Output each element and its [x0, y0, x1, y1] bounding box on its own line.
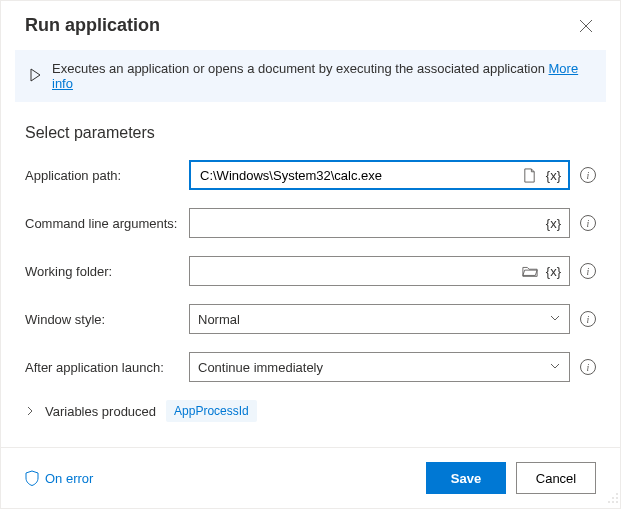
insert-variable-button[interactable]: {x}	[544, 168, 563, 183]
footer-actions: Save Cancel	[426, 462, 596, 494]
folder-icon	[522, 264, 538, 278]
variables-produced-toggle[interactable]: Variables produced AppProcessId	[25, 400, 596, 422]
input-wrap-command-line-arguments: {x}	[189, 208, 570, 238]
shield-icon	[25, 470, 39, 486]
svg-point-0	[616, 493, 618, 495]
resize-grip[interactable]	[607, 492, 619, 507]
after-launch-select[interactable]: Continue immediately	[189, 352, 570, 382]
on-error-label: On error	[45, 471, 93, 486]
info-button-after-launch[interactable]: i	[580, 359, 596, 375]
input-wrap-working-folder: {x}	[189, 256, 570, 286]
svg-point-5	[608, 501, 610, 503]
section-title: Select parameters	[25, 124, 596, 142]
info-banner-message: Executes an application or opens a docum…	[52, 61, 545, 76]
window-style-value: Normal	[198, 312, 240, 327]
label-working-folder: Working folder:	[25, 264, 179, 279]
info-button-command-line-arguments[interactable]: i	[580, 215, 596, 231]
dialog-footer: On error Save Cancel	[1, 447, 620, 508]
suffix-working-folder: {x}	[518, 259, 567, 283]
dialog-header: Run application	[1, 1, 620, 46]
dialog-body: Select parameters Application path: {x} …	[1, 112, 620, 447]
label-command-line-arguments: Command line arguments:	[25, 216, 179, 231]
insert-variable-button[interactable]: {x}	[544, 264, 563, 279]
row-working-folder: Working folder: {x} i	[25, 256, 596, 286]
run-application-dialog: Run application Executes an application …	[0, 0, 621, 509]
chevron-right-icon	[25, 404, 35, 419]
play-icon	[28, 68, 42, 85]
info-button-application-path[interactable]: i	[580, 167, 596, 183]
row-after-launch: After application launch: Continue immed…	[25, 352, 596, 382]
insert-variable-button[interactable]: {x}	[544, 216, 563, 231]
variable-chip[interactable]: AppProcessId	[166, 400, 257, 422]
select-wrap-window-style: Normal	[189, 304, 570, 334]
application-path-input[interactable]	[198, 161, 518, 189]
working-folder-input[interactable]	[198, 257, 518, 285]
cancel-button[interactable]: Cancel	[516, 462, 596, 494]
label-application-path: Application path:	[25, 168, 179, 183]
browse-folder-button[interactable]	[518, 259, 542, 283]
window-style-select[interactable]: Normal	[189, 304, 570, 334]
on-error-link[interactable]: On error	[25, 470, 93, 486]
svg-point-2	[612, 497, 614, 499]
info-banner-text: Executes an application or opens a docum…	[52, 61, 593, 91]
label-after-launch: After application launch:	[25, 360, 179, 375]
row-window-style: Window style: Normal i	[25, 304, 596, 334]
row-command-line-arguments: Command line arguments: {x} i	[25, 208, 596, 238]
close-icon	[579, 19, 593, 33]
suffix-application-path: {x}	[518, 163, 567, 187]
info-banner: Executes an application or opens a docum…	[15, 50, 606, 102]
select-wrap-after-launch: Continue immediately	[189, 352, 570, 382]
svg-point-4	[612, 501, 614, 503]
chevron-down-icon	[549, 360, 561, 375]
after-launch-value: Continue immediately	[198, 360, 323, 375]
info-button-working-folder[interactable]: i	[580, 263, 596, 279]
info-button-window-style[interactable]: i	[580, 311, 596, 327]
row-application-path: Application path: {x} i	[25, 160, 596, 190]
variables-produced-label: Variables produced	[45, 404, 156, 419]
label-window-style: Window style:	[25, 312, 179, 327]
resize-grip-icon	[607, 492, 619, 504]
dialog-title: Run application	[25, 15, 160, 36]
svg-point-1	[616, 497, 618, 499]
chevron-down-icon	[549, 312, 561, 327]
svg-point-3	[616, 501, 618, 503]
save-button[interactable]: Save	[426, 462, 506, 494]
file-select-icon	[522, 168, 537, 183]
browse-file-button[interactable]	[518, 163, 542, 187]
close-button[interactable]	[576, 16, 596, 36]
suffix-command-line-arguments: {x}	[544, 216, 567, 231]
input-wrap-application-path: {x}	[189, 160, 570, 190]
command-line-arguments-input[interactable]	[198, 209, 544, 237]
